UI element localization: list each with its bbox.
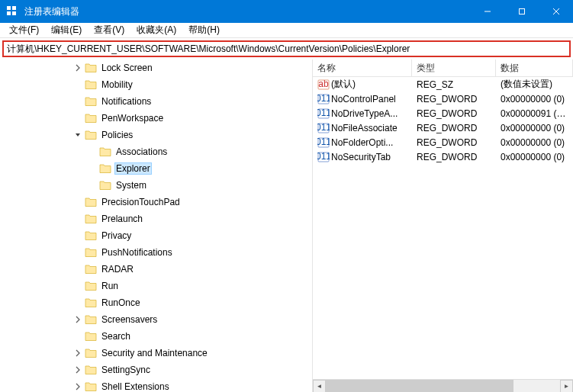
minimize-button[interactable]	[470, 0, 504, 23]
list-body[interactable]: ab(默认)REG_SZ(数值未设置)011NoControlPanelREG_…	[313, 77, 573, 379]
address-text: 计算机\HKEY_CURRENT_USER\SOFTWARE\Microsoft…	[7, 43, 410, 56]
menu-view[interactable]: 查看(V)	[88, 22, 130, 38]
tree-item[interactable]: Lock Screen	[0, 59, 312, 76]
tree-item[interactable]: Security and Maintenance	[0, 345, 312, 361]
tree-item[interactable]: Search	[0, 328, 312, 345]
value-type: REG_DWORD	[412, 151, 496, 163]
tree-item[interactable]: Explorer	[0, 160, 312, 177]
value-type: REG_DWORD	[412, 93, 496, 105]
binary-value-icon: 011	[317, 93, 330, 105]
tree-item[interactable]: PenWorkspace	[0, 110, 312, 127]
value-name: NoFileAssociate	[331, 123, 398, 133]
tree-item[interactable]: Prelaunch	[0, 210, 312, 227]
folder-icon	[85, 196, 97, 208]
tree-item[interactable]: PrecisionTouchPad	[0, 194, 312, 210]
scroll-right-arrow[interactable]: ►	[560, 380, 573, 393]
menu-file[interactable]: 文件(F)	[3, 22, 45, 38]
tree-item[interactable]: PushNotifications	[0, 244, 312, 261]
folder-icon	[85, 95, 97, 108]
value-type: REG_DWORD	[412, 108, 496, 120]
chevron-down-icon[interactable]	[72, 130, 83, 140]
chevron-right-icon[interactable]	[72, 381, 83, 392]
tree-item-label: Associations	[114, 146, 169, 157]
tree-item[interactable]: Privacy	[0, 227, 312, 244]
tree-item-label: Security and Maintenance	[100, 348, 209, 358]
value-row[interactable]: 011NoFolderOpti...REG_DWORD0x00000000 (0…	[313, 135, 573, 149]
folder-icon	[99, 162, 111, 175]
tree-item-label: Policies	[100, 130, 134, 140]
folder-icon	[85, 330, 97, 342]
svg-text:011: 011	[317, 93, 330, 104]
tree-item[interactable]: RADAR	[0, 261, 312, 278]
tree-item-label: Mobility	[100, 79, 134, 90]
scroll-left-arrow[interactable]: ◄	[313, 380, 326, 393]
tree-item[interactable]: Mobility	[0, 76, 312, 93]
menu-help[interactable]: 帮助(H)	[182, 22, 226, 38]
close-button[interactable]	[539, 0, 573, 23]
chevron-right-icon[interactable]	[72, 63, 83, 73]
svg-text:011: 011	[317, 108, 330, 118]
tree-item[interactable]: Screensavers	[0, 311, 312, 328]
tree-item[interactable]: Associations	[0, 143, 312, 160]
menu-edit[interactable]: 编辑(E)	[45, 22, 88, 38]
value-row[interactable]: 011NoControlPanelREG_DWORD0x00000000 (0)	[313, 92, 573, 106]
value-row[interactable]: ab(默认)REG_SZ(数值未设置)	[313, 77, 573, 92]
tree-item[interactable]: RunOnce	[0, 294, 312, 311]
folder-icon	[85, 297, 97, 309]
tree-item[interactable]: Run	[0, 278, 312, 294]
value-data: 0x00000091 (145	[496, 108, 573, 120]
folder-icon	[85, 246, 97, 259]
value-type: REG_SZ	[412, 79, 496, 91]
menu-favorites[interactable]: 收藏夹(A)	[130, 22, 182, 38]
svg-rect-0	[7, 6, 11, 10]
horizontal-scrollbar[interactable]: ◄ ►	[313, 379, 573, 392]
app-icon	[6, 5, 18, 18]
chevron-right-icon[interactable]	[72, 348, 83, 358]
main-area: Lock ScreenMobilityNotificationsPenWorks…	[0, 59, 573, 392]
tree-item[interactable]: System	[0, 177, 312, 194]
tree-item[interactable]: Shell Extensions	[0, 378, 312, 392]
svg-rect-5	[519, 9, 524, 14]
col-data[interactable]: 数据	[496, 59, 573, 77]
list-header: 名称 类型 数据	[313, 59, 573, 77]
folder-icon	[85, 79, 97, 91]
binary-value-icon: 011	[317, 108, 330, 120]
tree-item-label: PenWorkspace	[100, 113, 165, 124]
svg-text:011: 011	[317, 122, 330, 133]
tree-item-label: Shell Extensions	[100, 381, 171, 392]
tree-item[interactable]: Policies	[0, 127, 312, 143]
value-data: 0x00000000 (0)	[496, 122, 573, 134]
maximize-button[interactable]	[504, 0, 539, 23]
folder-icon	[85, 230, 97, 242]
chevron-right-icon[interactable]	[72, 314, 83, 325]
binary-value-icon: 011	[317, 137, 330, 149]
value-row[interactable]: 011NoFileAssociateREG_DWORD0x00000000 (0…	[313, 120, 573, 135]
tree-item-label: Run	[100, 281, 120, 291]
scroll-thumb[interactable]	[326, 380, 513, 393]
chevron-right-icon[interactable]	[72, 365, 83, 375]
value-data: 0x00000000 (0)	[496, 137, 573, 149]
tree-item-label: RunOnce	[100, 297, 142, 308]
value-data: (数值未设置)	[496, 77, 573, 92]
tree-item-label: Search	[100, 331, 132, 342]
binary-value-icon: 011	[317, 122, 330, 134]
scroll-track[interactable]	[326, 380, 560, 393]
address-bar[interactable]: 计算机\HKEY_CURRENT_USER\SOFTWARE\Microsoft…	[2, 40, 571, 57]
window-title: 注册表编辑器	[24, 5, 470, 18]
value-name: NoSecurityTab	[331, 152, 391, 162]
col-name[interactable]: 名称	[313, 59, 412, 77]
folder-icon	[85, 364, 97, 376]
value-data: 0x00000000 (0)	[496, 151, 573, 163]
folder-icon	[99, 146, 111, 158]
tree-pane[interactable]: Lock ScreenMobilityNotificationsPenWorks…	[0, 59, 313, 392]
svg-rect-2	[7, 11, 11, 15]
value-row[interactable]: 011NoSecurityTabREG_DWORD0x00000000 (0)	[313, 149, 573, 164]
folder-icon	[99, 179, 111, 191]
folder-icon	[85, 213, 97, 225]
folder-icon	[85, 62, 97, 74]
tree-item[interactable]: SettingSync	[0, 361, 312, 378]
value-row[interactable]: 011NoDriveTypeA...REG_DWORD0x00000091 (1…	[313, 106, 573, 120]
col-type[interactable]: 类型	[412, 59, 496, 77]
tree-item[interactable]: Notifications	[0, 93, 312, 110]
string-value-icon: ab	[317, 79, 330, 91]
